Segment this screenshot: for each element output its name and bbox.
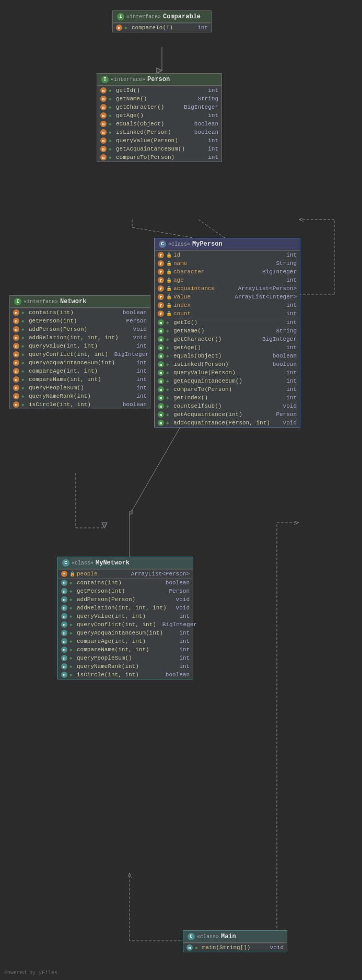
vis-icon: ◆: [21, 318, 27, 324]
list-item: m ◆ isLinked(Person) boolean: [155, 360, 300, 368]
method-name: getAcquaintanceSum(): [173, 378, 280, 384]
list-item: m ◆ queryConflict(int, int) BigInteger: [10, 350, 150, 359]
return-type: boolean: [190, 129, 218, 135]
list-item: m ◆ compareTo(T) int: [113, 24, 211, 32]
vis-icon: ◆: [21, 385, 27, 390]
comparable-methods: m ◆ compareTo(T) int: [113, 23, 211, 32]
list-item: m ◆ compareAge(int, int) int: [58, 637, 193, 645]
main-methods: m ◆ main(String[]) void: [183, 943, 287, 952]
method-icon: m: [13, 326, 19, 332]
comparable-header: I «interface» Comparable: [113, 11, 211, 23]
return-type: int: [282, 378, 297, 384]
method-icon: m: [158, 411, 164, 418]
list-item: m ◆ queryPeopleSum() int: [58, 654, 193, 662]
vis-icon: ◆: [69, 630, 75, 636]
method-name: queryAcquaintanceSum(int): [29, 360, 130, 366]
field-type: int: [282, 252, 297, 258]
method-name: getCharacter(): [116, 104, 178, 110]
mynetwork-icon: C: [62, 559, 69, 567]
method-icon: m: [61, 596, 67, 603]
method-icon: m: [100, 154, 107, 160]
list-item: m ◆ getCharacter() BigInteger: [97, 103, 221, 111]
method-name: getAcquaintanceSum(): [116, 146, 202, 152]
method-icon: m: [158, 361, 164, 367]
return-type: int: [175, 663, 190, 670]
method-icon: m: [13, 335, 19, 341]
diagram-container: I «interface» Comparable m ◆ compareTo(T…: [0, 0, 362, 980]
list-item: f 🔒 count int: [155, 309, 300, 318]
return-type: BigInteger: [180, 104, 218, 110]
field-type: ArrayList<Integer>: [230, 294, 297, 300]
vis-icon: 🔒: [69, 571, 75, 577]
return-type: int: [175, 630, 190, 636]
myperson-stereotype: «class»: [168, 241, 190, 247]
method-icon: m: [13, 393, 19, 399]
return-type: int: [132, 376, 147, 383]
vis-icon: ◆: [21, 335, 27, 340]
list-item: m ◆ getAcquaintanceSum() int: [97, 145, 221, 153]
return-type: int: [175, 647, 190, 653]
return-type: void: [129, 335, 147, 341]
comparable-stereotype: «interface»: [126, 14, 161, 20]
method-name: getId(): [173, 319, 280, 326]
vis-icon: ◆: [69, 647, 75, 652]
vis-icon: ◆: [21, 343, 27, 349]
method-icon: m: [158, 420, 164, 426]
vis-icon: ◆: [69, 614, 75, 619]
mynetwork-box: C «class» MyNetwork f 🔒 people ArrayList…: [57, 557, 193, 679]
vis-icon: ◆: [166, 362, 171, 367]
vis-icon: ◆: [109, 138, 114, 143]
vis-icon: ◆: [69, 664, 75, 669]
return-type: int: [204, 137, 218, 144]
list-item: f 🔒 name String: [155, 259, 300, 268]
vis-icon: ◆: [166, 378, 171, 384]
vis-icon: ◆: [69, 589, 75, 594]
field-icon: f: [158, 294, 164, 300]
list-item: m ◆ compareName(int, int) int: [10, 375, 150, 384]
list-item: m ◆ queryNameRank(int) int: [58, 662, 193, 671]
method-icon: m: [61, 605, 67, 611]
method-icon: m: [186, 944, 193, 951]
method-name: getAcquaintance(int): [173, 411, 270, 418]
return-type: boolean: [190, 121, 218, 127]
vis-icon: ◆: [109, 96, 114, 101]
list-item: m ◆ queryValue(Person) int: [97, 136, 221, 145]
field-name: name: [173, 260, 270, 267]
vis-icon: ◆: [21, 352, 27, 357]
method-name: contains(int): [77, 580, 159, 586]
person-box: I «interface» Person m ◆ getId() int m ◆…: [97, 73, 222, 162]
return-type: boolean: [268, 361, 297, 367]
method-icon: m: [100, 96, 107, 102]
vis-icon: ◆: [21, 327, 27, 332]
method-icon: m: [61, 588, 67, 594]
list-item: f 🔒 value ArrayList<Integer>: [155, 293, 300, 301]
method-icon: m: [100, 87, 107, 94]
list-item: m ◆ compareTo(Person) int: [155, 385, 300, 394]
method-icon: m: [61, 580, 67, 586]
return-type: void: [266, 944, 284, 951]
vis-icon: ◆: [21, 360, 27, 365]
return-type: int: [175, 655, 190, 661]
field-name: age: [173, 277, 280, 283]
list-item: m ◆ isLinked(Person) boolean: [97, 128, 221, 136]
method-icon: m: [158, 370, 164, 376]
field-name: value: [173, 294, 228, 300]
vis-icon: ◆: [166, 370, 171, 375]
field-type: BigInteger: [258, 269, 297, 275]
method-icon: m: [158, 336, 164, 342]
list-item: m ◆ addRelation(int, int, int) void: [58, 604, 193, 612]
main-header: C «class» Main: [183, 931, 287, 943]
list-item: m ◆ getAcquaintance(int) Person: [155, 410, 300, 419]
list-item: m ◆ getAge() int: [155, 343, 300, 352]
method-name: getAge(): [173, 344, 280, 351]
list-item: m ◆ queryValue(int, int) int: [10, 342, 150, 350]
method-icon: m: [13, 368, 19, 374]
return-type: BigInteger: [110, 351, 149, 358]
list-item: m ◆ addRelation(int, int, int) void: [10, 333, 150, 342]
person-stereotype: «interface»: [111, 77, 145, 83]
powered-by-label: Powered by yFiles: [4, 970, 57, 976]
method-name: queryValue(Person): [116, 137, 202, 144]
list-item: m ◆ getPerson(int) Person: [58, 587, 193, 595]
method-icon: m: [100, 129, 107, 135]
vis-icon: ◆: [21, 394, 27, 399]
